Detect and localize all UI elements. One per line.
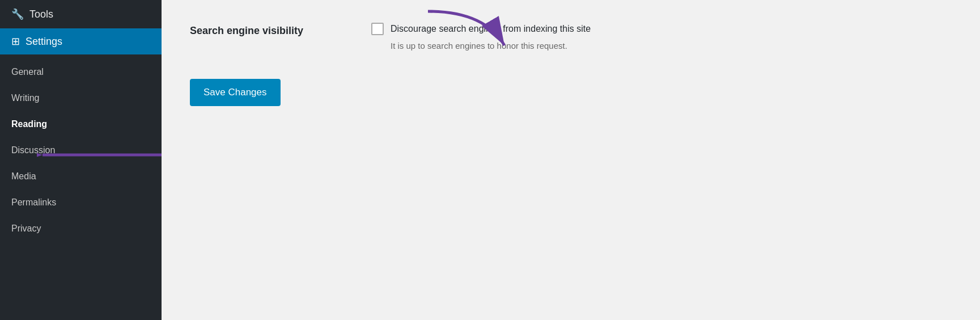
settings-label: Settings [26, 36, 62, 48]
sidebar-nav: General Writing Reading Discussion Media… [0, 59, 162, 242]
checkbox-label: Discourage search engines from indexing … [391, 24, 591, 34]
sidebar-settings-item[interactable]: ⊞ Settings [0, 28, 162, 54]
sidebar-tools-item[interactable]: 🔧 Tools [0, 0, 162, 28]
main-content: Search engine visibility Discourage sear… [162, 0, 980, 320]
sidebar-item-general[interactable]: General [0, 59, 162, 85]
settings-icon: ⊞ [11, 35, 20, 48]
checkbox-row: Discourage search engines from indexing … [371, 23, 591, 35]
checkbox-description: It is up to search engines to honor this… [391, 41, 591, 50]
sidebar-item-discussion[interactable]: Discussion [0, 137, 162, 163]
sidebar-item-writing[interactable]: Writing [0, 85, 162, 111]
search-visibility-checkbox[interactable] [371, 23, 384, 35]
sidebar-item-reading[interactable]: Reading [0, 111, 162, 137]
search-visibility-label: Search engine visibility [190, 23, 371, 37]
save-changes-button[interactable]: Save Changes [190, 79, 281, 106]
sidebar-item-media[interactable]: Media [0, 163, 162, 190]
sidebar-item-privacy[interactable]: Privacy [0, 216, 162, 242]
sidebar-item-permalinks[interactable]: Permalinks [0, 190, 162, 216]
wrench-icon: 🔧 [11, 8, 24, 20]
tools-label: Tools [29, 9, 53, 20]
search-visibility-row: Search engine visibility Discourage sear… [190, 23, 952, 50]
search-visibility-control: Discourage search engines from indexing … [371, 23, 591, 50]
sidebar: 🔧 Tools ⊞ Settings General Writing Readi… [0, 0, 162, 320]
